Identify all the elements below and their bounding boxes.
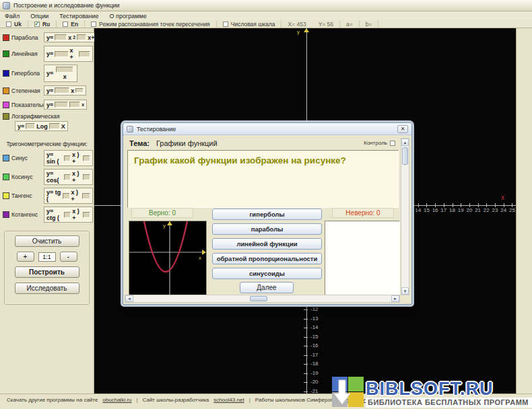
vertical-scroll-thumb[interactable] (402, 147, 408, 165)
zoom-out-button[interactable]: - (60, 252, 77, 262)
formula-text: y= cos( (46, 170, 63, 184)
color-swatch-icon (3, 102, 9, 108)
close-icon[interactable]: ✕ (397, 125, 408, 133)
function-head: Котангенс (1, 211, 44, 218)
scroll-left-icon[interactable]: ◄ (125, 295, 133, 302)
explore-button[interactable]: Исследовать (15, 283, 79, 294)
y-tick-label: -14 (310, 324, 319, 330)
dialog-horizontal-scrollbar[interactable]: ◄ ► (125, 295, 400, 303)
option-label: Режим распознавания точек пересечения (99, 21, 210, 28)
menu-item-0[interactable]: Файл (5, 13, 20, 20)
lang-toggle-ru[interactable]: ✓Ru (28, 20, 57, 28)
coefficient-input[interactable] (82, 193, 90, 199)
formula-panel: y=LogX (15, 121, 68, 131)
coefficient-input[interactable] (49, 123, 60, 129)
coefficient-input[interactable] (77, 34, 86, 40)
status-text: Сайт школы-разработчика (143, 397, 209, 403)
function-list: Параболаy=x2x+Линейнаяy=x +Гиперболаy=xС… (0, 32, 94, 131)
coefficient-input[interactable] (69, 102, 80, 108)
color-swatch-icon (3, 34, 9, 41)
status-link-obuchalki[interactable]: obuchalki.ru (102, 397, 131, 403)
clear-button[interactable]: Очистить (15, 235, 79, 247)
lang-toggle-en[interactable]: En (57, 20, 85, 28)
status-link-school43[interactable]: school43.net (213, 397, 244, 403)
x-tick-label: 18 (449, 207, 455, 213)
x-tick-label: 19 (458, 207, 464, 213)
function-label: Парабола (11, 34, 44, 41)
lang-toggle-uk[interactable]: Uk (0, 20, 28, 28)
coefficient-input[interactable] (83, 212, 90, 218)
x-tick-label: 25 (509, 207, 515, 213)
scroll-right-icon[interactable]: ► (391, 295, 399, 302)
scroll-down-icon[interactable]: ▼ (401, 287, 409, 295)
theme-label: Тема: (129, 139, 149, 147)
next-button[interactable]: Далее (240, 282, 294, 293)
x-tick-label: 22 (484, 207, 490, 213)
app-icon (3, 2, 10, 9)
checkbox-icon[interactable] (223, 22, 228, 27)
window-titlebar[interactable]: Построение и исследование функции (0, 0, 532, 11)
language-group: Uk✓RuEn (0, 20, 85, 28)
dialog-vertical-scrollbar[interactable]: ▲ ▼ (401, 138, 409, 295)
scroll-up-icon[interactable]: ▲ (401, 139, 409, 146)
coefficient-input[interactable] (63, 193, 70, 199)
exponent-input[interactable] (75, 88, 84, 94)
coefficient-input[interactable] (79, 51, 90, 57)
theme-row: Тема: Графики функций Контроль (129, 138, 395, 148)
coefficient-input[interactable] (75, 88, 84, 93)
dialog-titlebar[interactable]: Тестирование ✕ (123, 123, 411, 135)
option-toggle-1[interactable]: Числовая шкала (217, 20, 282, 28)
option-group: Режим распознавания точек пересеченияЧис… (85, 20, 281, 28)
answer-button-3[interactable]: обратной пропорциональности (212, 253, 322, 264)
menu-item-3[interactable]: О программе (110, 13, 147, 20)
function-label: Логарифмическая (11, 113, 60, 120)
status-text: Работы школьников Симферополя (255, 397, 343, 403)
answer-button-0[interactable]: гиперболы (212, 209, 322, 220)
coefficient-input[interactable] (56, 67, 73, 73)
coefficient-input[interactable] (83, 155, 90, 161)
checkbox-icon[interactable] (63, 22, 68, 27)
build-button[interactable]: Построить (15, 266, 79, 278)
svg-text:x: x (199, 255, 201, 261)
options-toolbar: Uk✓RuEn Режим распознавания точек пересе… (0, 20, 532, 28)
download-icon (331, 376, 364, 408)
y-tick-mark (304, 392, 308, 392)
menu-item-2[interactable]: Тестирование (59, 13, 98, 20)
coefficient-input[interactable] (64, 155, 71, 161)
menu-item-1[interactable]: Опции (30, 13, 48, 20)
answer-button-1[interactable]: параболы (212, 223, 322, 235)
checkbox-icon[interactable]: ✓ (34, 22, 40, 27)
zoom-in-button[interactable]: + (17, 252, 34, 262)
zoom-controls: + 1:1 - (5, 252, 89, 262)
formula-text: y= (46, 70, 53, 77)
coefficient-input[interactable] (26, 123, 35, 129)
coefficient-input[interactable] (55, 51, 68, 57)
answer-button-2[interactable]: линейной функции (212, 238, 322, 250)
formula-panel: y=x (44, 85, 86, 96)
color-swatch-icon (3, 87, 9, 94)
coefficient-input[interactable] (64, 174, 71, 180)
dialog-icon (127, 126, 133, 133)
formula-text: X (61, 123, 65, 130)
option-toggle-0[interactable]: Режим распознавания точек пересечения (85, 20, 217, 28)
coord-x: X= 453 (288, 21, 306, 28)
formula-text: y= (46, 87, 53, 94)
coefficient-input[interactable] (83, 174, 90, 180)
function-label: Гипербола (11, 70, 44, 77)
lang-label: Ru (42, 21, 50, 28)
horizontal-scroll-thumb[interactable] (250, 296, 267, 301)
coefficient-input[interactable] (55, 102, 68, 108)
checkbox-icon[interactable] (91, 22, 96, 27)
checkbox-icon[interactable] (6, 22, 11, 27)
answer-button-4[interactable]: синусоиды (212, 268, 322, 279)
coefficient-input[interactable] (64, 212, 71, 218)
x-tick-label: 16 (432, 207, 438, 213)
control-checkbox[interactable] (390, 141, 395, 146)
formula-text: x + (70, 47, 78, 61)
function-head: Логарифмическая (1, 113, 60, 120)
incorrect-counter: Неверно: 0 (332, 208, 394, 218)
coefficient-input[interactable] (55, 87, 69, 94)
formula-text: x (71, 87, 74, 94)
formula-panel: y= cos(x ) + (44, 169, 93, 185)
coefficient-input[interactable] (55, 34, 67, 40)
